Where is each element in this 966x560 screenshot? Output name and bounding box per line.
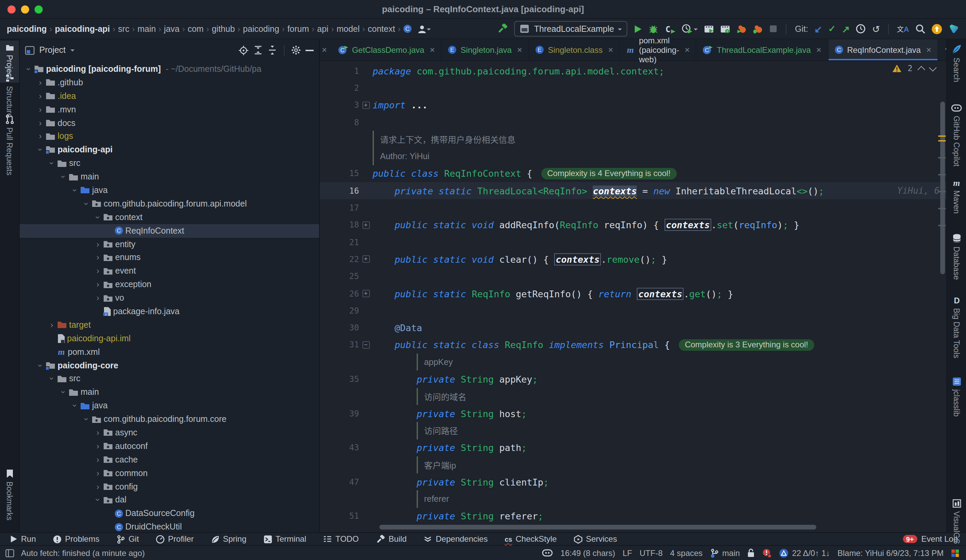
code-analysis-summary[interactable]: 22 Δ/0↑ 1↓ — [779, 548, 830, 558]
fold-toggle-icon[interactable]: + — [362, 290, 370, 297]
collapse-all-icon[interactable] — [268, 45, 277, 55]
tree-row-paicoding-api[interactable]: ›paicoding-api — [20, 143, 319, 157]
tab-singleton.java[interactable]: ESingleton.java× — [442, 39, 529, 60]
tab-close-icon[interactable]: × — [430, 45, 435, 55]
tree-row-dal[interactable]: ›dal — [20, 493, 319, 507]
code-line[interactable]: private String clientIp; — [373, 477, 549, 488]
indent-size[interactable]: 4 spaces — [670, 548, 703, 558]
breadcrumb-item[interactable]: paicoding — [7, 24, 47, 33]
tree-row-druidcheckutil[interactable]: CDruidCheckUtil — [20, 521, 319, 532]
build-project-icon[interactable] — [498, 24, 508, 34]
edit-run-script-icon[interactable] — [720, 24, 731, 33]
notifications-icon[interactable] — [762, 548, 772, 558]
status-message[interactable]: Auto fetch: finished (a minute ago) — [21, 548, 145, 558]
tree-row-com.github.paicoding.forum.api.model[interactable]: ›com.github.paicoding.forum.api.model — [20, 197, 319, 210]
toolwindow-build[interactable]: Build — [376, 534, 406, 544]
async-profiler-run-icon[interactable] — [737, 24, 747, 34]
tree-chevron-icon[interactable]: › — [47, 374, 57, 384]
tree-chevron-icon[interactable]: › — [93, 442, 103, 451]
toolwindow-profiler[interactable]: Profiler — [156, 534, 194, 544]
tree-chevron-icon[interactable]: › — [93, 455, 103, 465]
tree-chevron-icon[interactable]: › — [35, 118, 45, 128]
code-line[interactable]: private String appKey; — [373, 374, 538, 384]
write-access-icon[interactable] — [747, 549, 755, 557]
git-push-icon[interactable]: ↗ — [842, 23, 849, 34]
tree-chevron-icon[interactable]: › — [82, 199, 91, 209]
tree-chevron-icon[interactable]: › — [93, 212, 103, 222]
tree-row-docs[interactable]: ›docs — [20, 116, 319, 130]
user-menu[interactable] — [417, 24, 431, 33]
zoom-window-button[interactable] — [34, 5, 43, 13]
toolwindow-spring[interactable]: Spring — [211, 534, 246, 544]
tree-row-entity[interactable]: ›entity — [20, 237, 319, 251]
run-with-coverage-button-icon[interactable]: C — [665, 24, 676, 33]
complexity-inlay-hint[interactable]: Complexity is 4 Everything is cool! — [541, 168, 677, 179]
tree-chevron-icon[interactable]: › — [36, 360, 45, 370]
breadcrumb-item[interactable]: main — [138, 24, 156, 33]
tree-chevron-icon[interactable]: › — [93, 253, 103, 263]
breadcrumb-item[interactable]: api — [317, 24, 328, 33]
line-ending[interactable]: LF — [623, 548, 632, 558]
toolwindow-jclasslib[interactable]: jclasslib — [947, 374, 966, 420]
tree-chevron-icon[interactable]: › — [24, 64, 33, 74]
toolwindow-run[interactable]: Run — [10, 534, 36, 544]
breadcrumb-item[interactable]: paicoding — [243, 24, 279, 33]
tree-row-pom.xml[interactable]: mpom.xml — [20, 345, 319, 358]
fold-toggle-icon[interactable]: + — [362, 256, 370, 263]
tree-row-logs[interactable]: ›logs — [20, 130, 319, 143]
code-line[interactable]: private static ThreadLocal<ReqInfo> cont… — [373, 185, 824, 196]
layout-icon[interactable] — [5, 549, 14, 557]
code-line[interactable]: package com.github.paicoding.forum.api.m… — [373, 65, 665, 76]
tree-row-common[interactable]: ›common — [20, 466, 319, 480]
close-window-button[interactable] — [7, 5, 16, 13]
rollback-icon[interactable]: ↺ — [872, 23, 880, 34]
tree-chevron-icon[interactable]: › — [47, 320, 57, 330]
tree-chevron-icon[interactable]: › — [35, 132, 45, 141]
tab-close-icon[interactable]: × — [685, 45, 690, 55]
tab-getclassdemo.java[interactable]: CGetClassDemo.java× — [332, 39, 442, 60]
vertical-scrollbar[interactable] — [940, 102, 945, 274]
run-button-icon[interactable] — [634, 24, 642, 33]
fold-toggle-icon[interactable]: + — [362, 101, 370, 109]
breadcrumb-item[interactable]: paicoding-api — [55, 24, 110, 33]
tree-row-java[interactable]: ›java — [20, 184, 319, 197]
tree-row-paicoding-core[interactable]: ›paicoding-core — [20, 358, 319, 372]
breadcrumb-item[interactable]: github — [212, 24, 235, 33]
tree-chevron-icon[interactable]: › — [93, 240, 103, 249]
git-update-icon[interactable]: ↙ — [814, 23, 822, 34]
tree-row-main[interactable]: ›main — [20, 170, 319, 184]
project-panel-title[interactable]: Project — [39, 45, 66, 55]
breadcrumb-item[interactable]: src — [118, 24, 130, 33]
toolwindow-bookmarks[interactable]: Bookmarks — [0, 466, 19, 524]
tree-chevron-icon[interactable]: › — [59, 388, 68, 397]
fold-toggle-icon[interactable]: + — [362, 222, 370, 229]
update-available-icon[interactable] — [932, 23, 942, 34]
tree-chevron-icon[interactable]: › — [93, 495, 103, 505]
toolwindow-maven[interactable]: mMaven — [947, 175, 966, 217]
toolwindow-dependencies[interactable]: Dependencies — [424, 534, 488, 544]
prev-warning-icon[interactable] — [918, 65, 924, 72]
profile-button[interactable] — [682, 24, 698, 34]
caret-position[interactable]: 16:49 (8 chars) — [560, 548, 615, 558]
tree-chevron-icon[interactable]: › — [82, 414, 91, 424]
tree-row-paicoding-api.iml[interactable]: paicoding-api.iml — [20, 332, 319, 345]
tree-row-cache[interactable]: ›cache — [20, 453, 319, 466]
toolwindow-visualgc[interactable]: VisualGC — [947, 496, 966, 547]
tree-row-datasourceconfig[interactable]: CDataSourceConfig — [20, 507, 319, 521]
tree-row-autoconf[interactable]: ›autoconf — [20, 440, 319, 453]
async-profiler-debug-icon[interactable] — [753, 24, 763, 34]
tree-row-.github[interactable]: ›.github — [20, 76, 319, 89]
toolwindow-git[interactable]: Git — [116, 534, 139, 544]
breadcrumb-item[interactable]: model — [337, 24, 360, 33]
code-line[interactable]: public static ReqInfo getReqInfo() { ret… — [373, 288, 733, 299]
tab-close-icon[interactable]: × — [926, 45, 931, 55]
tree-chevron-icon[interactable]: › — [47, 158, 57, 168]
code-line[interactable]: public class ReqInfoContext { — [373, 168, 532, 179]
expand-all-icon[interactable] — [253, 45, 263, 55]
tree-row-async[interactable]: ›async — [20, 426, 319, 440]
next-warning-icon[interactable] — [930, 67, 935, 70]
breadcrumb-item[interactable]: java — [164, 24, 179, 33]
tree-chevron-icon[interactable]: › — [93, 266, 103, 276]
tree-chevron-icon[interactable]: › — [35, 105, 45, 114]
toolwindow-database[interactable]: Database — [947, 230, 966, 283]
